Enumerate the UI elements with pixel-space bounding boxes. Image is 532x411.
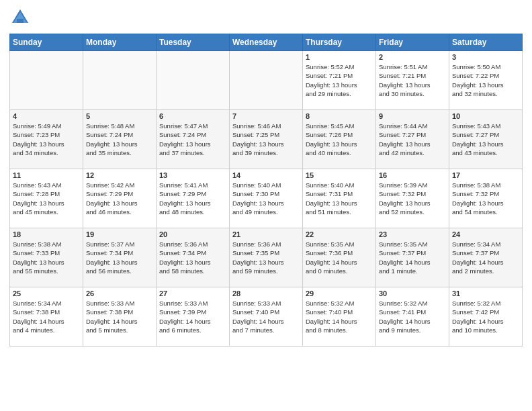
day-info: Sunrise: 5:32 AMSunset: 7:41 PMDaylight:… [379, 299, 446, 334]
day-info: Sunrise: 5:44 AMSunset: 7:27 PMDaylight:… [379, 122, 446, 157]
day-cell: 9Sunrise: 5:44 AMSunset: 7:27 PMDaylight… [376, 110, 449, 169]
day-number: 13 [159, 171, 226, 179]
day-info: Sunrise: 5:47 AMSunset: 7:24 PMDaylight:… [159, 122, 226, 157]
day-info: Sunrise: 5:35 AMSunset: 7:37 PMDaylight:… [379, 240, 446, 275]
day-number: 8 [306, 112, 373, 120]
week-row: 4Sunrise: 5:49 AMSunset: 7:23 PMDaylight… [10, 110, 523, 169]
weekday-header: Monday [83, 34, 157, 51]
header [9, 7, 523, 28]
day-number: 6 [159, 112, 226, 120]
day-info: Sunrise: 5:52 AMSunset: 7:21 PMDaylight:… [306, 62, 373, 98]
day-number: 28 [232, 289, 300, 298]
logo-icon [9, 7, 31, 28]
day-number: 19 [86, 230, 153, 238]
day-number: 10 [452, 112, 519, 120]
day-number: 11 [13, 171, 80, 179]
day-number: 18 [13, 230, 80, 238]
weekday-header: Sunday [10, 34, 83, 51]
weekday-header: Wednesday [230, 34, 303, 51]
day-cell: 14Sunrise: 5:40 AMSunset: 7:30 PMDayligh… [230, 169, 303, 228]
day-cell: 23Sunrise: 5:35 AMSunset: 7:37 PMDayligh… [376, 228, 449, 287]
day-number: 30 [379, 289, 446, 298]
day-cell: 20Sunrise: 5:36 AMSunset: 7:34 PMDayligh… [157, 228, 230, 287]
day-number: 12 [86, 171, 153, 179]
day-info: Sunrise: 5:38 AMSunset: 7:33 PMDaylight:… [13, 240, 80, 275]
day-cell: 16Sunrise: 5:39 AMSunset: 7:32 PMDayligh… [376, 169, 449, 228]
day-cell: 26Sunrise: 5:33 AMSunset: 7:38 PMDayligh… [83, 287, 157, 347]
day-cell: 19Sunrise: 5:37 AMSunset: 7:34 PMDayligh… [83, 228, 157, 287]
day-cell [83, 51, 157, 110]
day-number: 22 [306, 230, 373, 238]
day-cell: 8Sunrise: 5:45 AMSunset: 7:26 PMDaylight… [303, 110, 376, 169]
day-number: 1 [306, 53, 373, 61]
day-number: 7 [232, 112, 300, 120]
day-number: 24 [452, 230, 519, 238]
day-cell: 5Sunrise: 5:48 AMSunset: 7:24 PMDaylight… [83, 110, 157, 169]
day-cell: 17Sunrise: 5:38 AMSunset: 7:32 PMDayligh… [449, 169, 523, 228]
day-info: Sunrise: 5:49 AMSunset: 7:23 PMDaylight:… [13, 122, 80, 157]
day-cell: 12Sunrise: 5:42 AMSunset: 7:29 PMDayligh… [83, 169, 157, 228]
day-cell: 10Sunrise: 5:43 AMSunset: 7:27 PMDayligh… [449, 110, 523, 169]
day-info: Sunrise: 5:32 AMSunset: 7:42 PMDaylight:… [452, 299, 519, 334]
day-cell: 21Sunrise: 5:36 AMSunset: 7:35 PMDayligh… [230, 228, 303, 287]
day-number: 23 [379, 230, 446, 238]
day-number: 26 [86, 289, 153, 298]
day-info: Sunrise: 5:38 AMSunset: 7:32 PMDaylight:… [452, 181, 519, 216]
day-cell: 18Sunrise: 5:38 AMSunset: 7:33 PMDayligh… [10, 228, 83, 287]
day-cell [157, 51, 230, 110]
day-number: 31 [452, 289, 519, 298]
day-info: Sunrise: 5:33 AMSunset: 7:39 PMDaylight:… [159, 299, 226, 334]
day-cell: 24Sunrise: 5:34 AMSunset: 7:37 PMDayligh… [449, 228, 523, 287]
day-cell: 7Sunrise: 5:46 AMSunset: 7:25 PMDaylight… [230, 110, 303, 169]
day-cell: 6Sunrise: 5:47 AMSunset: 7:24 PMDaylight… [157, 110, 230, 169]
day-info: Sunrise: 5:41 AMSunset: 7:29 PMDaylight:… [159, 181, 226, 216]
day-info: Sunrise: 5:33 AMSunset: 7:40 PMDaylight:… [232, 299, 300, 334]
weekday-header: Friday [376, 34, 449, 51]
day-number: 25 [13, 289, 80, 298]
day-number: 9 [379, 112, 446, 120]
day-info: Sunrise: 5:43 AMSunset: 7:28 PMDaylight:… [13, 181, 80, 216]
weekday-header: Saturday [449, 34, 523, 51]
day-cell: 15Sunrise: 5:40 AMSunset: 7:31 PMDayligh… [303, 169, 376, 228]
svg-rect-2 [17, 19, 24, 23]
day-number: 16 [379, 171, 446, 179]
day-cell: 3Sunrise: 5:50 AMSunset: 7:22 PMDaylight… [449, 51, 523, 110]
day-info: Sunrise: 5:50 AMSunset: 7:22 PMDaylight:… [452, 62, 519, 98]
page: SundayMondayTuesdayWednesdayThursdayFrid… [0, 0, 532, 411]
day-number: 27 [159, 289, 226, 298]
day-info: Sunrise: 5:46 AMSunset: 7:25 PMDaylight:… [232, 122, 300, 157]
day-number: 21 [232, 230, 300, 238]
day-info: Sunrise: 5:36 AMSunset: 7:35 PMDaylight:… [232, 240, 300, 275]
day-number: 20 [159, 230, 226, 238]
calendar-table: SundayMondayTuesdayWednesdayThursdayFrid… [9, 34, 523, 347]
day-info: Sunrise: 5:34 AMSunset: 7:38 PMDaylight:… [13, 299, 80, 334]
day-cell: 25Sunrise: 5:34 AMSunset: 7:38 PMDayligh… [10, 287, 83, 347]
day-info: Sunrise: 5:48 AMSunset: 7:24 PMDaylight:… [86, 122, 153, 157]
week-row: 18Sunrise: 5:38 AMSunset: 7:33 PMDayligh… [10, 228, 523, 287]
day-cell: 29Sunrise: 5:32 AMSunset: 7:40 PMDayligh… [303, 287, 376, 347]
day-cell: 31Sunrise: 5:32 AMSunset: 7:42 PMDayligh… [449, 287, 523, 347]
week-row: 25Sunrise: 5:34 AMSunset: 7:38 PMDayligh… [10, 287, 523, 347]
day-cell: 2Sunrise: 5:51 AMSunset: 7:21 PMDaylight… [376, 51, 449, 110]
day-info: Sunrise: 5:37 AMSunset: 7:34 PMDaylight:… [86, 240, 153, 275]
day-cell: 4Sunrise: 5:49 AMSunset: 7:23 PMDaylight… [10, 110, 83, 169]
day-info: Sunrise: 5:39 AMSunset: 7:32 PMDaylight:… [379, 181, 446, 216]
day-number: 4 [13, 112, 80, 120]
day-cell [230, 51, 303, 110]
day-cell: 11Sunrise: 5:43 AMSunset: 7:28 PMDayligh… [10, 169, 83, 228]
day-number: 2 [379, 53, 446, 61]
day-info: Sunrise: 5:34 AMSunset: 7:37 PMDaylight:… [452, 240, 519, 275]
day-cell: 30Sunrise: 5:32 AMSunset: 7:41 PMDayligh… [376, 287, 449, 347]
day-number: 29 [306, 289, 373, 298]
day-info: Sunrise: 5:42 AMSunset: 7:29 PMDaylight:… [86, 181, 153, 216]
day-info: Sunrise: 5:33 AMSunset: 7:38 PMDaylight:… [86, 299, 153, 334]
day-cell: 1Sunrise: 5:52 AMSunset: 7:21 PMDaylight… [303, 51, 376, 110]
day-info: Sunrise: 5:51 AMSunset: 7:21 PMDaylight:… [379, 62, 446, 98]
day-info: Sunrise: 5:43 AMSunset: 7:27 PMDaylight:… [452, 122, 519, 157]
day-cell: 27Sunrise: 5:33 AMSunset: 7:39 PMDayligh… [157, 287, 230, 347]
day-cell [10, 51, 83, 110]
day-number: 14 [232, 171, 300, 179]
day-info: Sunrise: 5:45 AMSunset: 7:26 PMDaylight:… [306, 122, 373, 157]
day-info: Sunrise: 5:40 AMSunset: 7:31 PMDaylight:… [306, 181, 373, 216]
day-number: 15 [306, 171, 373, 179]
